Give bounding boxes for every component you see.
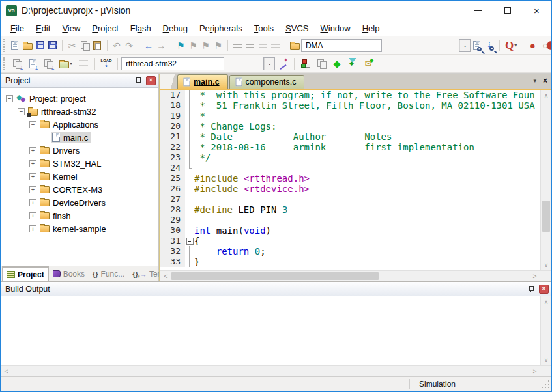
build-horizontal-scrollbar[interactable]: < > bbox=[1, 365, 551, 376]
find-combo[interactable]: DMA bbox=[301, 39, 382, 52]
menu-peripherals[interactable]: Peripherals bbox=[194, 21, 248, 36]
menu-tools[interactable]: Tools bbox=[248, 21, 280, 36]
stop-build-button[interactable] bbox=[76, 56, 91, 72]
unindent-button[interactable] bbox=[244, 38, 256, 53]
target-options-button[interactable] bbox=[275, 56, 291, 72]
code-line-31[interactable]: 31{ bbox=[160, 236, 540, 246]
expand-icon[interactable]: + bbox=[29, 212, 36, 219]
code-line-28[interactable]: 28#define LED_PIN 3 bbox=[160, 204, 540, 215]
save-all-button[interactable] bbox=[46, 38, 59, 53]
code-line-20[interactable]: 20 * Change Logs: bbox=[160, 121, 540, 132]
tree-item-devicedrivers[interactable]: +DeviceDrivers bbox=[1, 196, 158, 209]
code-line-26[interactable]: 26#include <rtdevice.h> bbox=[160, 184, 540, 194]
code-editor[interactable]: 17 * with this program; if not, write to… bbox=[160, 90, 540, 270]
tree-item-finsh[interactable]: +finsh bbox=[1, 209, 158, 222]
undo-button[interactable]: ↶ bbox=[110, 38, 123, 53]
comment-button[interactable] bbox=[257, 38, 269, 53]
expand-icon[interactable]: + bbox=[29, 173, 36, 180]
tree-item-drivers[interactable]: +Drivers bbox=[1, 144, 158, 157]
maximize-button[interactable] bbox=[493, 1, 522, 20]
next-bookmark-button[interactable]: ⚑ bbox=[187, 38, 199, 53]
tree-item-kernel[interactable]: +Kernel bbox=[1, 170, 158, 183]
expand-icon[interactable]: + bbox=[29, 199, 36, 206]
panel-tab-functions[interactable]: {}Func... bbox=[89, 266, 128, 281]
copy-button[interactable] bbox=[78, 38, 91, 53]
build-button[interactable]: ⇣ bbox=[25, 56, 40, 72]
tree-item-cortex-m3[interactable]: +CORTEX-M3 bbox=[1, 183, 158, 196]
build-pin-icon[interactable] bbox=[527, 285, 535, 293]
build-scroll-right-icon[interactable]: > bbox=[529, 366, 540, 376]
pin-icon[interactable] bbox=[134, 77, 142, 85]
tree-item-kernel-sample[interactable]: +kernel-sample bbox=[1, 222, 158, 235]
code-line-24[interactable]: 24 bbox=[160, 163, 540, 173]
manage-components-button[interactable]: ✉ bbox=[360, 56, 376, 72]
expand-icon[interactable]: + bbox=[29, 186, 36, 193]
panel-tab-books[interactable]: Books bbox=[49, 266, 89, 281]
build-scroll-left-icon[interactable]: < bbox=[1, 366, 12, 376]
download-button[interactable]: LOAD ⇣ bbox=[98, 56, 114, 72]
insert-breakpoint-button[interactable]: ● bbox=[527, 38, 539, 53]
uncomment-button[interactable] bbox=[269, 38, 282, 53]
pack-installer-button[interactable]: ◆ bbox=[329, 56, 345, 72]
panel-tab-project[interactable]: Project bbox=[2, 266, 49, 281]
navigate-forward-button[interactable]: → bbox=[155, 38, 167, 53]
indent-button[interactable] bbox=[231, 38, 244, 53]
tab-list-dropdown-icon[interactable]: ▾ bbox=[533, 77, 536, 84]
close-button[interactable]: × bbox=[522, 1, 551, 20]
paste-button[interactable] bbox=[91, 38, 103, 53]
navigate-back-button[interactable]: ← bbox=[142, 38, 154, 53]
kill-breakpoints-icon[interactable] bbox=[547, 41, 551, 50]
editor-tab-main-c[interactable]: main.c bbox=[177, 74, 228, 89]
menu-file[interactable]: File bbox=[5, 21, 30, 36]
menu-view[interactable]: View bbox=[56, 21, 86, 36]
build-scroll-up-icon[interactable]: ∧ bbox=[541, 296, 551, 307]
fold-collapse-icon[interactable] bbox=[185, 236, 194, 246]
scroll-left-icon[interactable]: < bbox=[160, 271, 171, 281]
menu-window[interactable]: Window bbox=[314, 21, 356, 36]
scroll-right-icon[interactable]: > bbox=[529, 271, 540, 281]
build-output-text[interactable] bbox=[1, 296, 540, 365]
collapse-icon[interactable]: − bbox=[29, 121, 36, 128]
multi-project-button[interactable] bbox=[313, 56, 329, 72]
find-combo-dropdown[interactable]: ⌄ bbox=[459, 39, 471, 52]
code-line-30[interactable]: 30int main(void) bbox=[160, 225, 540, 236]
build-close-icon[interactable]: × bbox=[539, 285, 549, 294]
code-line-23[interactable]: 23 */ bbox=[160, 152, 540, 163]
debug-q-button[interactable]: Q▾ bbox=[502, 38, 519, 53]
select-software-packs-button[interactable] bbox=[345, 56, 360, 72]
manage-rte-button[interactable] bbox=[298, 56, 313, 72]
editor-vscroll-track[interactable] bbox=[541, 101, 551, 259]
menu-svcs[interactable]: SVCS bbox=[280, 21, 314, 36]
target-select-dropdown[interactable]: ⌄ bbox=[263, 57, 275, 70]
find-in-files-button[interactable] bbox=[289, 38, 301, 53]
prev-bookmark-button[interactable]: ⚑ bbox=[199, 38, 212, 53]
redo-button[interactable]: ↷ bbox=[123, 38, 135, 53]
code-line-21[interactable]: 21 * Date Author Notes bbox=[160, 132, 540, 142]
editor-vscroll-thumb[interactable] bbox=[542, 201, 550, 232]
expand-icon[interactable]: + bbox=[29, 147, 36, 154]
build-scroll-down-icon[interactable]: ∨ bbox=[541, 354, 551, 365]
code-line-22[interactable]: 22 * 2018-08-16 armink first implementat… bbox=[160, 142, 540, 152]
collapse-icon[interactable]: − bbox=[6, 95, 13, 102]
editor-hscroll-thumb[interactable] bbox=[171, 272, 379, 280]
code-line-27[interactable]: 27 bbox=[160, 194, 540, 204]
batch-build-button[interactable]: ▾ bbox=[56, 56, 76, 72]
menu-help[interactable]: Help bbox=[356, 21, 386, 36]
editor-horizontal-scrollbar[interactable]: < > bbox=[160, 270, 551, 281]
code-line-33[interactable]: 33} bbox=[160, 257, 540, 267]
editor-vertical-scrollbar[interactable]: ∧ ∨ bbox=[540, 90, 551, 270]
tree-item-rtthread-stm32[interactable]: −rtthread-stm32 bbox=[1, 105, 158, 118]
build-vertical-scrollbar[interactable]: ∧ ∨ bbox=[540, 296, 551, 365]
code-line-18[interactable]: 18 * 51 Franklin Street, Fifth Floor, Bo… bbox=[160, 100, 540, 111]
scroll-up-icon[interactable]: ∧ bbox=[541, 90, 551, 101]
rebuild-button[interactable]: ⇣ bbox=[40, 56, 56, 72]
code-line-32[interactable]: 32 return 0; bbox=[160, 246, 540, 257]
code-line-25[interactable]: 25#include <rtthread.h> bbox=[160, 173, 540, 184]
code-line-19[interactable]: 19 * bbox=[160, 111, 540, 121]
open-button[interactable] bbox=[22, 38, 34, 53]
project-panel-close-icon[interactable]: × bbox=[146, 76, 156, 85]
menu-flash[interactable]: Flash bbox=[124, 21, 157, 36]
code-line-29[interactable]: 29 bbox=[160, 215, 540, 225]
scroll-down-icon[interactable]: ∨ bbox=[541, 259, 551, 270]
close-document-icon[interactable]: × bbox=[543, 76, 547, 85]
